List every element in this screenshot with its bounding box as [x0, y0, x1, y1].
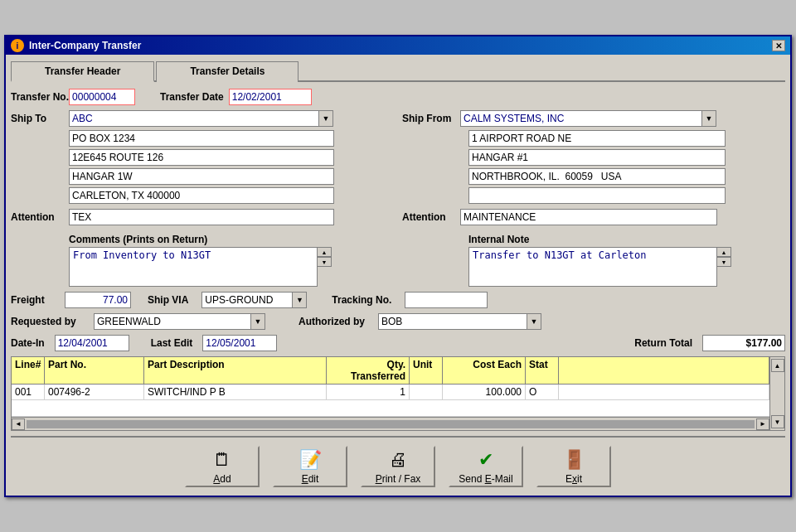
add-button[interactable]: 🗒 Add — [185, 446, 260, 487]
vscroll-up-btn[interactable]: ▲ — [771, 359, 784, 372]
ship-via-dropdown-btn[interactable]: ▼ — [292, 292, 307, 308]
table-wrapper: Line# Part No. Part Description Qty. Tra… — [12, 357, 784, 430]
add-icon: 🗒 — [213, 449, 231, 471]
requested-by-label: Requested by — [11, 316, 85, 327]
ship-from-addr4[interactable] — [468, 187, 726, 204]
ship-to-input[interactable] — [69, 110, 319, 127]
freight-input[interactable] — [65, 292, 131, 308]
transfer-date-input[interactable] — [229, 89, 312, 105]
freight-row: Freight Ship VIA ▼ Tracking No. — [11, 292, 785, 308]
table-section: Line# Part No. Part Description Qty. Tra… — [11, 356, 785, 431]
td-extra-001 — [559, 384, 769, 399]
title-bar-left: i Inter-Company Transfer — [11, 39, 141, 52]
email-icon: ✔ — [478, 449, 493, 471]
edit-button[interactable]: 📝 Edit — [273, 446, 347, 487]
ship-to-row: Ship To ▼ — [11, 110, 394, 127]
hscroll-left-btn[interactable]: ◄ — [12, 418, 25, 430]
ship-to-addr3[interactable] — [69, 168, 334, 185]
comments-left: Comments (Prints on Return) From Invento… — [11, 234, 394, 287]
ship-from-dropdown-btn[interactable]: ▼ — [701, 110, 716, 127]
ship-to-section: Ship To ▼ — [11, 110, 394, 204]
internal-note-textarea[interactable]: Transfer to N13GT at Carleton — [468, 247, 717, 287]
exit-label: Exit — [565, 473, 582, 485]
attention-left-label: Attention — [11, 211, 69, 223]
tracking-input[interactable] — [405, 292, 488, 308]
comments-section: Comments (Prints on Return) From Invento… — [11, 234, 785, 287]
ship-to-addr2[interactable] — [69, 149, 334, 166]
separator — [11, 436, 785, 438]
td-qty-001: 1 — [327, 384, 410, 399]
attention-right-section: Attention — [402, 209, 785, 229]
date-in-input[interactable] — [55, 335, 129, 351]
print-fax-button[interactable]: 🖨 Print / Fax — [361, 446, 435, 487]
col-header-cost: Cost Each — [443, 357, 526, 384]
attention-right-row: Attention — [402, 209, 785, 225]
requested-by-dropdown: ▼ — [94, 313, 265, 330]
internal-note-scroll-up[interactable]: ▲ — [716, 247, 731, 257]
ship-from-addr2[interactable] — [468, 149, 726, 166]
attention-left-section: Attention — [11, 209, 394, 229]
authorized-by-input[interactable] — [378, 313, 527, 330]
window-body: Transfer Header Transfer Details Transfe… — [6, 55, 790, 496]
ship-via-input[interactable] — [201, 292, 293, 308]
tab-transfer-header[interactable]: Transfer Header — [11, 61, 154, 82]
col-header-line: Line# — [12, 357, 45, 384]
ship-to-dropdown-btn[interactable]: ▼ — [318, 110, 333, 127]
hscroll-right-btn[interactable]: ► — [756, 418, 769, 430]
buttons-row: 🗒 Add 📝 Edit 🖨 Print / Fax ✔ Send E-Mail… — [11, 441, 785, 491]
comments-textarea[interactable]: From Inventory to N13GT — [69, 247, 318, 287]
ship-to-addr4[interactable] — [69, 187, 334, 204]
internal-note-textarea-wrap: Transfer to N13GT at Carleton ▲ ▼ — [468, 247, 785, 287]
main-window: i Inter-Company Transfer ✕ Transfer Head… — [4, 35, 792, 497]
internal-note-scroll-down[interactable]: ▼ — [716, 257, 731, 267]
last-edit-input[interactable] — [202, 335, 277, 351]
ship-via-dropdown: ▼ — [201, 292, 307, 308]
td-line-001: 001 — [12, 384, 45, 399]
comments-scroll-down[interactable]: ▼ — [317, 257, 332, 267]
vscroll-bar: ▲ ▼ — [769, 357, 784, 430]
td-desc-001: SWITCH/IND P B — [144, 384, 327, 399]
last-edit-label: Last Edit — [151, 337, 193, 349]
transfer-no-input[interactable] — [69, 89, 135, 105]
attention-left-input[interactable] — [69, 209, 334, 225]
attention-section: Attention Attention — [11, 209, 785, 229]
col-header-desc: Part Description — [144, 357, 327, 384]
freight-label: Freight — [11, 294, 56, 306]
exit-button[interactable]: 🚪 Exit — [536, 446, 611, 487]
requested-by-input[interactable] — [94, 313, 251, 330]
ship-from-addr1[interactable] — [468, 130, 726, 147]
app-icon: i — [11, 39, 24, 52]
tab-transfer-details[interactable]: Transfer Details — [156, 61, 298, 82]
ship-from-addr3[interactable] — [468, 168, 726, 185]
col-header-unit: Unit — [410, 357, 443, 384]
internal-note-scrollbtns: ▲ ▼ — [716, 247, 731, 267]
return-total-label: Return Total — [634, 337, 692, 349]
ship-to-addr1[interactable] — [69, 130, 334, 147]
transfer-no-label: Transfer No. — [11, 91, 69, 103]
window-title: Inter-Company Transfer — [29, 40, 141, 51]
col-header-qty: Qty. Transferred — [327, 357, 410, 384]
close-button[interactable]: ✕ — [772, 40, 785, 51]
authorized-by-dropdown-btn[interactable]: ▼ — [527, 313, 541, 330]
internal-note-section: Internal Note Transfer to N13GT at Carle… — [402, 234, 785, 287]
return-total-input[interactable] — [702, 335, 785, 351]
send-email-button[interactable]: ✔ Send E-Mail — [449, 446, 523, 487]
date-in-label: Date-In — [11, 337, 45, 349]
print-fax-label: Print / Fax — [376, 473, 421, 485]
ship-to-label: Ship To — [11, 113, 69, 124]
ship-from-input[interactable] — [460, 110, 702, 127]
comments-scrollbtns: ▲ ▼ — [317, 247, 332, 267]
ship-from-row: Ship From ▼ — [402, 110, 785, 127]
td-part-001: 007496-2 — [45, 384, 144, 399]
transfer-date-label: Transfer Date — [160, 91, 224, 103]
tabs-header: Transfer Header Transfer Details — [11, 60, 785, 82]
vscroll-down-btn[interactable]: ▼ — [771, 415, 784, 428]
attention-right-input[interactable] — [460, 209, 717, 225]
td-unit-001 — [410, 384, 443, 399]
table-empty-row — [12, 400, 769, 417]
comments-scroll-up[interactable]: ▲ — [317, 247, 332, 257]
ship-to-dropdown: ▼ — [69, 110, 333, 127]
authorized-by-dropdown: ▼ — [378, 313, 541, 330]
attention-right-label: Attention — [402, 211, 460, 223]
requested-by-dropdown-btn[interactable]: ▼ — [250, 313, 265, 330]
